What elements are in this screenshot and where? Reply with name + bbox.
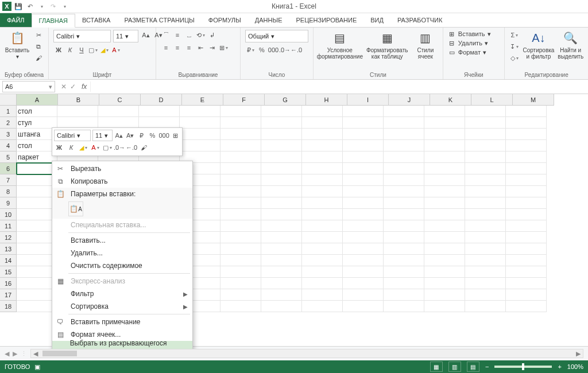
col-header-A[interactable]: A <box>17 94 58 106</box>
cell-G17[interactable] <box>261 289 302 301</box>
cell-G4[interactable] <box>261 140 302 151</box>
cell-G1[interactable] <box>261 106 302 117</box>
mini-grow-font-icon[interactable]: A▴ <box>114 130 123 141</box>
cell-M1[interactable] <box>506 106 547 117</box>
cell-J9[interactable] <box>384 197 424 209</box>
align-top-icon[interactable]: ⎴ <box>161 30 171 40</box>
cell-L9[interactable] <box>465 197 506 209</box>
ctx-pick-from-dropdown[interactable]: Выбрать из раскрывающегося списка... <box>52 341 192 349</box>
cell-F13[interactable] <box>220 243 261 255</box>
mini-comma-icon[interactable]: 000 <box>159 130 169 141</box>
format-painter-icon[interactable]: 🖌 <box>33 53 44 63</box>
fx-icon[interactable]: fx <box>79 83 87 91</box>
tab-data[interactable]: ДАННЫЕ <box>248 13 289 27</box>
cell-F8[interactable] <box>220 186 261 197</box>
ctx-copy[interactable]: ⧉Копировать <box>52 175 192 188</box>
cell-I4[interactable] <box>343 140 384 151</box>
cell-M5[interactable] <box>506 151 547 163</box>
cell-E4[interactable] <box>180 140 220 151</box>
cell-L7[interactable] <box>465 174 506 186</box>
cell-K4[interactable] <box>424 140 465 151</box>
cell-K7[interactable] <box>424 174 465 186</box>
cell-J17[interactable] <box>384 289 424 301</box>
cell-M17[interactable] <box>506 289 547 301</box>
percent-format-icon[interactable]: % <box>257 45 267 55</box>
cell-G11[interactable] <box>261 220 302 232</box>
row-header-2[interactable]: 2 <box>0 117 17 129</box>
cell-H9[interactable] <box>302 197 343 209</box>
cell-L10[interactable] <box>465 209 506 220</box>
cell-K10[interactable] <box>424 209 465 220</box>
ctx-cut[interactable]: ✂Вырезать <box>52 162 192 175</box>
mini-format-painter-icon[interactable]: 🖌 <box>138 142 149 153</box>
cell-D2[interactable] <box>139 117 180 129</box>
increase-decimal-icon[interactable]: .0→ <box>280 45 290 55</box>
cell-F4[interactable] <box>220 140 261 151</box>
align-center-icon[interactable]: ≡ <box>172 42 183 53</box>
tab-view[interactable]: ВИД <box>363 13 390 27</box>
cut-icon[interactable]: ✂ <box>33 30 44 40</box>
row-header-3[interactable]: 3 <box>0 129 17 140</box>
cell-J8[interactable] <box>384 186 424 197</box>
paste-option-default[interactable]: 📋A <box>68 201 83 216</box>
cell-I15[interactable] <box>343 266 384 278</box>
cell-I9[interactable] <box>343 197 384 209</box>
cell-H5[interactable] <box>302 151 343 163</box>
cell-K14[interactable] <box>424 255 465 266</box>
cell-I13[interactable] <box>343 243 384 255</box>
cell-K13[interactable] <box>424 243 465 255</box>
cell-F3[interactable] <box>220 129 261 140</box>
cell-F7[interactable] <box>220 174 261 186</box>
mini-borders-icon[interactable]: ▢ <box>102 142 113 153</box>
qat-customize-icon[interactable] <box>60 2 69 11</box>
mini-increase-decimal-icon[interactable]: .0→ <box>114 142 125 153</box>
clear-button[interactable]: ◇ <box>509 53 520 63</box>
cell-C2[interactable] <box>98 117 139 129</box>
cell-C1[interactable] <box>98 106 139 117</box>
cell-H4[interactable] <box>302 140 343 151</box>
cell-M14[interactable] <box>506 255 547 266</box>
cell-L14[interactable] <box>465 255 506 266</box>
cell-I17[interactable] <box>343 289 384 301</box>
zoom-out-icon[interactable]: − <box>485 363 489 370</box>
ctx-insert[interactable]: Вставить... <box>52 234 192 247</box>
cell-J6[interactable] <box>384 163 424 174</box>
cell-F18[interactable] <box>220 301 261 312</box>
cell-K5[interactable] <box>424 151 465 163</box>
cell-L13[interactable] <box>465 243 506 255</box>
undo-icon[interactable]: ↶ <box>25 2 34 11</box>
cell-B2[interactable] <box>57 117 98 129</box>
cell-M3[interactable] <box>506 129 547 140</box>
cell-H18[interactable] <box>302 301 343 312</box>
cell-F14[interactable] <box>220 255 261 266</box>
delete-cells-button[interactable]: ⊟Удалить▾ <box>448 39 491 47</box>
align-right-icon[interactable]: ≡ <box>184 42 194 53</box>
cell-M6[interactable] <box>506 163 547 174</box>
cell-K16[interactable] <box>424 278 465 289</box>
row-header-4[interactable]: 4 <box>0 140 17 151</box>
cell-J12[interactable] <box>384 232 424 243</box>
cell-L1[interactable] <box>465 106 506 117</box>
cell-F1[interactable] <box>220 106 261 117</box>
ctx-filter[interactable]: Фильтр▶ <box>52 287 192 300</box>
paste-button[interactable]: 📋 Вставить ▾ <box>5 30 30 60</box>
zoom-slider[interactable] <box>494 366 552 368</box>
row-header-11[interactable]: 11 <box>0 220 17 232</box>
align-bottom-icon[interactable]: ⎵ <box>184 30 194 40</box>
font-size-combo[interactable]: 11▾ <box>113 30 138 42</box>
align-middle-icon[interactable]: ≡ <box>172 30 183 40</box>
row-header-10[interactable]: 10 <box>0 209 17 220</box>
decrease-indent-icon[interactable]: ⇤ <box>195 42 206 53</box>
tab-page-layout[interactable]: РАЗМЕТКА СТРАНИЦЫ <box>117 13 201 27</box>
cell-G9[interactable] <box>261 197 302 209</box>
cell-H2[interactable] <box>302 117 343 129</box>
cell-J2[interactable] <box>384 117 424 129</box>
cell-L3[interactable] <box>465 129 506 140</box>
col-header-G[interactable]: G <box>265 94 306 106</box>
cell-E3[interactable] <box>180 129 220 140</box>
cell-K3[interactable] <box>424 129 465 140</box>
col-header-D[interactable]: D <box>141 94 182 106</box>
cell-D1[interactable] <box>139 106 180 117</box>
cell-F17[interactable] <box>220 289 261 301</box>
underline-button[interactable]: Ч <box>76 45 87 55</box>
